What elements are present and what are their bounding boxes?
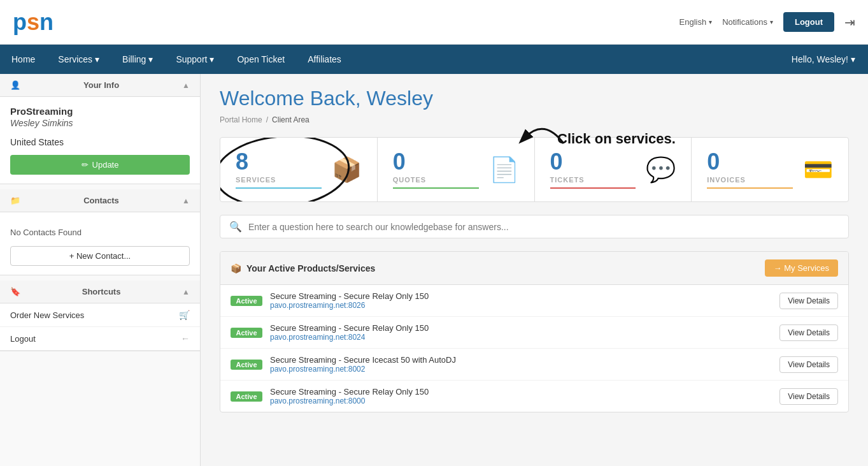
products-section: 📦 Your Active Products/Services → My Ser… xyxy=(220,251,849,412)
breadcrumb-portal-home[interactable]: Portal Home xyxy=(220,115,262,124)
product-row-1: Active Secure Streaming - Secure Relay O… xyxy=(220,317,848,349)
view-details-button-2[interactable]: View Details xyxy=(779,356,838,373)
top-bar: psn English ▾ Notifications ▾ Logout ⇥ xyxy=(0,0,868,45)
nav-home-label: Home xyxy=(11,54,35,64)
my-services-button[interactable]: → My Services xyxy=(765,259,838,277)
stat-tickets-number: 0 xyxy=(550,150,636,173)
product-url-3[interactable]: pavo.prostreaming.net:8000 xyxy=(270,397,772,405)
logo[interactable]: psn xyxy=(13,9,53,36)
stats-row: 8 SERVICES 📦 0 QUOTES 📄 0 xyxy=(220,137,849,202)
new-contact-button[interactable]: + New Contact... xyxy=(10,246,190,266)
sidebar-shortcuts-header[interactable]: 🔖 Shortcuts ▲ xyxy=(0,280,200,303)
nav-billing[interactable]: Billing ▾ xyxy=(111,45,164,74)
top-right: English ▾ Notifications ▾ Logout ⇥ xyxy=(679,12,856,32)
product-url-2[interactable]: pavo.prostreaming.net:8002 xyxy=(270,365,772,374)
annotation-container: Click on services. xyxy=(220,137,849,202)
nav-services[interactable]: Services ▾ xyxy=(46,45,111,74)
logo-p: p xyxy=(13,9,27,35)
update-button[interactable]: ✏ Update xyxy=(10,155,190,175)
active-badge-0: Active xyxy=(231,296,262,306)
view-details-button-3[interactable]: View Details xyxy=(779,388,838,405)
sidebar-contacts: 📁 Contacts ▲ No Contacts Found + New Con… xyxy=(0,189,200,275)
language-selector[interactable]: English ▾ xyxy=(679,17,713,27)
stat-quotes-number: 0 xyxy=(393,150,479,173)
stat-quotes-label: QUOTES xyxy=(393,176,479,189)
nav-support-label: Support xyxy=(176,54,207,64)
nav-home[interactable]: Home xyxy=(0,45,46,74)
update-btn-label: Update xyxy=(92,160,119,170)
exit-icon[interactable]: ⇥ xyxy=(844,15,855,30)
logo-n: n xyxy=(39,9,53,35)
notifications-link[interactable]: Notifications ▾ xyxy=(722,17,773,27)
invoices-card-icon: 💳 xyxy=(803,156,833,184)
product-name-1: Secure Streaming - Secure Relay Only 150 xyxy=(270,323,772,333)
sidebar-your-info-content: ProStreaming Wesley Simkins United State… xyxy=(0,97,200,184)
stat-tickets-info: 0 TICKETS xyxy=(550,150,636,189)
new-contact-btn-label: + New Contact... xyxy=(69,251,131,261)
product-row-2: Active Secure Streaming - Secure Icecast… xyxy=(220,349,848,381)
product-url-0[interactable]: pavo.prostreaming.net:8026 xyxy=(270,301,772,310)
sidebar-your-info-header[interactable]: 👤 Your Info ▲ xyxy=(0,74,200,97)
notifications-label: Notifications xyxy=(722,17,767,27)
stat-invoices[interactable]: 0 INVOICES 💳 xyxy=(692,138,848,201)
breadcrumb-client-area: Client Area xyxy=(272,115,309,124)
nav-user-dropdown-icon: ▾ xyxy=(851,54,855,64)
nav-bar: Home Services ▾ Billing ▾ Support ▾ Open… xyxy=(0,45,868,74)
stat-services[interactable]: 8 SERVICES 📦 xyxy=(220,138,378,201)
stat-invoices-info: 0 INVOICES xyxy=(707,150,793,189)
stat-quotes-info: 0 QUOTES xyxy=(393,150,479,189)
products-title-label: Your Active Products/Services xyxy=(246,263,375,273)
sidebar-your-info-collapse[interactable]: ▲ xyxy=(182,81,190,90)
product-info-3: Secure Streaming - Secure Relay Only 150… xyxy=(270,387,772,405)
pencil-icon: ✏ xyxy=(82,160,89,170)
logout-button[interactable]: Logout xyxy=(783,12,834,32)
stat-services-number: 8 xyxy=(236,150,322,173)
active-badge-2: Active xyxy=(231,360,262,370)
search-icon: 🔍 xyxy=(229,221,242,233)
search-input[interactable] xyxy=(248,222,839,232)
nav-affiliates[interactable]: Affiliates xyxy=(296,45,353,74)
product-name-0: Secure Streaming - Secure Relay Only 150 xyxy=(270,291,772,301)
main-content: Welcome Back, Wesley Portal Home / Clien… xyxy=(201,74,868,466)
nav-support-arrow: ▾ xyxy=(210,54,214,64)
breadcrumb-separator: / xyxy=(266,115,268,124)
annotation-text: Click on services. xyxy=(557,131,676,147)
product-name-3: Secure Streaming - Secure Relay Only 150 xyxy=(270,387,772,397)
product-url-1[interactable]: pavo.prostreaming.net:8024 xyxy=(270,333,772,342)
product-row-3: Active Secure Streaming - Secure Relay O… xyxy=(220,381,848,412)
product-info-0: Secure Streaming - Secure Relay Only 150… xyxy=(270,291,772,310)
nav-billing-label: Billing xyxy=(122,54,146,64)
product-name-2: Secure Streaming - Secure Icecast 50 wit… xyxy=(270,355,772,365)
sidebar-contacts-collapse[interactable]: ▲ xyxy=(182,196,190,205)
sidebar-your-info: 👤 Your Info ▲ ProStreaming Wesley Simkin… xyxy=(0,74,200,184)
language-dropdown-icon: ▾ xyxy=(709,18,712,25)
sidebar-username: ProStreaming xyxy=(10,106,190,117)
stat-services-info: 8 SERVICES xyxy=(236,150,322,189)
stat-invoices-number: 0 xyxy=(707,150,793,173)
view-details-button-1[interactable]: View Details xyxy=(779,324,838,341)
sidebar-contacts-label: Contacts xyxy=(83,196,119,205)
shortcut-logout[interactable]: Logout ← xyxy=(0,327,200,351)
nav-user-greeting[interactable]: Hello, Wesley! ▾ xyxy=(779,45,868,74)
stat-invoices-label: INVOICES xyxy=(707,176,793,189)
nav-open-ticket[interactable]: Open Ticket xyxy=(225,45,296,74)
stat-tickets[interactable]: 0 TICKETS 💬 xyxy=(535,138,692,201)
active-badge-1: Active xyxy=(231,328,262,338)
product-row-0: Active Secure Streaming - Secure Relay O… xyxy=(220,285,848,317)
shortcut-order-new-services[interactable]: Order New Services 🛒 xyxy=(0,303,200,327)
sidebar-contacts-header[interactable]: 📁 Contacts ▲ xyxy=(0,189,200,212)
search-bar: 🔍 xyxy=(220,215,849,238)
nav-support[interactable]: Support ▾ xyxy=(164,45,225,74)
sidebar-shortcuts-collapse[interactable]: ▲ xyxy=(182,288,190,296)
nav-affiliates-label: Affiliates xyxy=(308,54,341,64)
stat-services-label: SERVICES xyxy=(236,176,322,189)
shortcut-order-label: Order New Services xyxy=(10,310,84,320)
nav-services-label: Services xyxy=(58,54,92,64)
nav-billing-arrow: ▾ xyxy=(148,54,153,64)
stat-quotes[interactable]: 0 QUOTES 📄 xyxy=(378,138,535,201)
my-services-btn-label: → My Services xyxy=(774,263,829,273)
view-details-button-0[interactable]: View Details xyxy=(779,293,838,309)
folder-icon: 📁 xyxy=(10,196,20,205)
no-contacts-text: No Contacts Found xyxy=(10,221,190,242)
welcome-title: Welcome Back, Wesley xyxy=(220,87,849,110)
